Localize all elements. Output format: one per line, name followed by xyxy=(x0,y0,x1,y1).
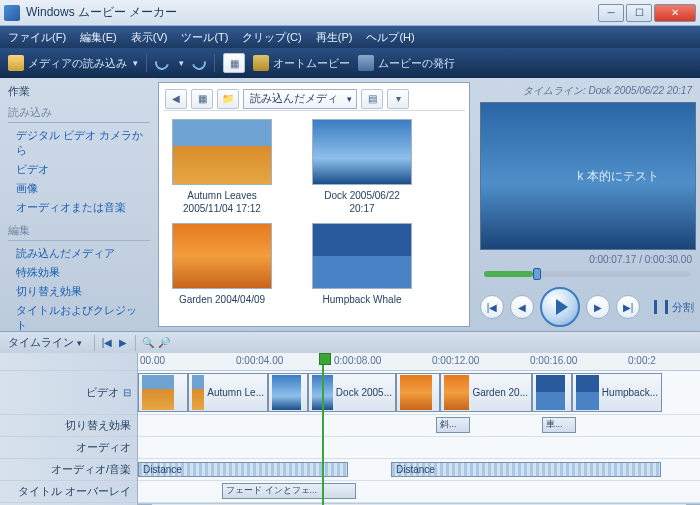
zoom-out-button[interactable]: 🔎 xyxy=(156,336,172,350)
back-button[interactable]: ◀ xyxy=(165,89,187,109)
time-ruler[interactable]: 00.00 0:00:04.00 0:00:08.00 0:00:12.00 0… xyxy=(138,353,700,371)
close-button[interactable]: ✕ xyxy=(654,4,696,22)
undo-button[interactable] xyxy=(152,53,171,72)
video-clip[interactable] xyxy=(396,373,440,412)
sidebar-section-import: 読み込み xyxy=(8,105,150,123)
split-icon xyxy=(654,300,668,314)
menu-edit[interactable]: 編集(E) xyxy=(80,30,117,45)
preview-title: タイムライン: Dock 2005/06/22 20:17 xyxy=(480,82,694,102)
timeline-play-button[interactable]: ▶ xyxy=(115,336,131,350)
video-clip[interactable]: Garden 20... xyxy=(440,373,532,412)
transition-track[interactable]: 斜... 車... xyxy=(138,415,700,437)
preview-monitor: k 本的にテスト xyxy=(480,102,696,250)
media-item[interactable]: Dock 2005/06/2220:17 xyxy=(307,119,417,215)
import-media-button[interactable]: メディアの読み込み ▾ xyxy=(8,55,138,71)
audio-clip[interactable]: Distance xyxy=(391,462,661,477)
track-label-titleoverlay: タイトル オーバーレイ xyxy=(0,481,137,503)
transition-clip[interactable]: 車... xyxy=(542,417,576,433)
toolbar: メディアの読み込み ▾ ▾ ▦ オートムービー ムービーの発行 xyxy=(0,48,700,78)
timeline-rewind-button[interactable]: |◀ xyxy=(99,336,115,350)
automovie-button[interactable]: オートムービー xyxy=(253,55,350,71)
sidebar-link-effects[interactable]: 特殊効果 xyxy=(8,263,150,282)
prev-clip-button[interactable]: |◀ xyxy=(480,295,504,319)
collection-pane: ◀ ▦ 📁 読み込んだメディ ▤ ▾ Autumn Leaves2005/11/… xyxy=(158,82,470,327)
redo-button[interactable] xyxy=(189,53,208,72)
title-clip[interactable]: フェード インとフェ... xyxy=(222,483,356,499)
media-item[interactable]: Humpback Whale xyxy=(307,223,417,306)
sidebar-link-audio[interactable]: オーディオまたは音楽 xyxy=(8,198,150,217)
title-overlay-track[interactable]: フェード インとフェ... xyxy=(138,481,700,503)
sidebar-link-camera[interactable]: デジタル ビデオ カメラから xyxy=(8,126,150,160)
sidebar-link-transitions[interactable]: 切り替え効果 xyxy=(8,282,150,301)
sidebar-link-imported[interactable]: 読み込んだメディア xyxy=(8,244,150,263)
video-clip[interactable]: Autumn Le... xyxy=(188,373,268,412)
preview-timecode: 0:00:07.17 / 0:00:30.00 xyxy=(480,250,694,269)
sidebar-link-image[interactable]: 画像 xyxy=(8,179,150,198)
preview-pane: タイムライン: Dock 2005/06/22 20:17 k 本的にテスト 0… xyxy=(474,78,700,331)
video-clip[interactable] xyxy=(268,373,308,412)
next-clip-button[interactable]: ▶| xyxy=(616,295,640,319)
menu-view[interactable]: 表示(V) xyxy=(131,30,168,45)
menu-bar: ファイル(F) 編集(E) 表示(V) ツール(T) クリップ(C) 再生(P)… xyxy=(0,26,700,48)
audio-track[interactable] xyxy=(138,437,700,459)
sidebar-link-video[interactable]: ビデオ xyxy=(8,160,150,179)
thumbnail-image xyxy=(172,119,272,185)
track-label-video: ビデオ⊟ xyxy=(0,371,137,415)
track-label-audio: オーディオ xyxy=(0,437,137,459)
timeline-view-toggle[interactable]: タイムライン xyxy=(0,335,90,350)
split-button[interactable]: 分割 xyxy=(654,300,694,315)
menu-play[interactable]: 再生(P) xyxy=(316,30,353,45)
app-icon xyxy=(4,5,20,21)
menu-tools[interactable]: ツール(T) xyxy=(181,30,228,45)
view-button[interactable]: ▦ xyxy=(191,89,213,109)
media-item[interactable]: Autumn Leaves2005/11/04 17:12 xyxy=(167,119,277,215)
tasks-sidebar: 作業 読み込み デジタル ビデオ カメラから ビデオ 画像 オーディオまたは音楽… xyxy=(0,78,158,331)
play-button[interactable] xyxy=(540,287,580,327)
collapse-video-icon[interactable]: ⊟ xyxy=(123,387,131,398)
folder-button[interactable]: 📁 xyxy=(217,89,239,109)
sidebar-link-titles[interactable]: タイトルおよびクレジット xyxy=(8,301,150,335)
import-icon xyxy=(8,55,24,71)
step-fwd-button[interactable]: ▶ xyxy=(586,295,610,319)
thumbnail-image xyxy=(312,223,412,289)
window-title: Windows ムービー メーカー xyxy=(26,4,598,21)
preview-caption: k 本的にテスト xyxy=(577,168,658,185)
audio-clip[interactable]: Distance xyxy=(138,462,348,477)
track-label-transition: 切り替え効果 xyxy=(0,415,137,437)
tasks-pane-toggle[interactable]: ▦ xyxy=(223,53,245,73)
zoom-in-button[interactable]: 🔍 xyxy=(140,336,156,350)
media-item[interactable]: Garden 2004/04/09 xyxy=(167,223,277,306)
preview-seek-slider[interactable] xyxy=(484,271,690,277)
audio-music-track[interactable]: Distance Distance xyxy=(138,459,700,481)
transition-clip[interactable]: 斜... xyxy=(436,417,470,433)
maximize-button[interactable]: ☐ xyxy=(626,4,652,22)
thumb-view-button[interactable]: ▤ xyxy=(361,89,383,109)
video-clip[interactable] xyxy=(532,373,572,412)
play-icon xyxy=(556,299,568,315)
menu-clip[interactable]: クリップ(C) xyxy=(242,30,301,45)
sidebar-section-edit: 編集 xyxy=(8,223,150,241)
menu-file[interactable]: ファイル(F) xyxy=(8,30,66,45)
video-clip[interactable] xyxy=(138,373,188,412)
automovie-icon xyxy=(253,55,269,71)
thumbnail-image xyxy=(312,119,412,185)
track-label-audiomusic: オーディオ/音楽 xyxy=(0,459,137,481)
step-back-button[interactable]: ◀ xyxy=(510,295,534,319)
sort-button[interactable]: ▾ xyxy=(387,89,409,109)
minimize-button[interactable]: ─ xyxy=(598,4,624,22)
sidebar-title: 作業 xyxy=(8,84,150,99)
publish-button[interactable]: ムービーの発行 xyxy=(358,55,455,71)
video-track[interactable]: Autumn Le... Dock 2005... Garden 20... H… xyxy=(138,371,700,415)
collection-combo[interactable]: 読み込んだメディ xyxy=(243,89,357,109)
publish-icon xyxy=(358,55,374,71)
thumbnail-image xyxy=(172,223,272,289)
video-clip[interactable]: Humpback... xyxy=(572,373,662,412)
playhead[interactable] xyxy=(322,353,324,505)
menu-help[interactable]: ヘルプ(H) xyxy=(366,30,414,45)
